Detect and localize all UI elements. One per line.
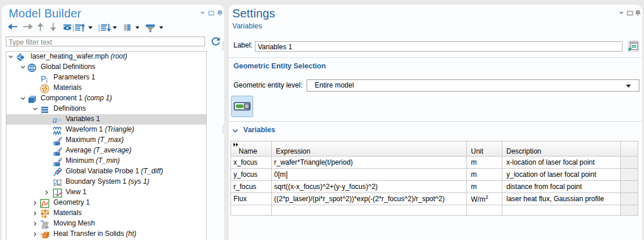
svg-text:P: P <box>41 74 46 83</box>
svg-text:a: a <box>53 115 57 125</box>
svg-text:=: = <box>57 116 62 124</box>
